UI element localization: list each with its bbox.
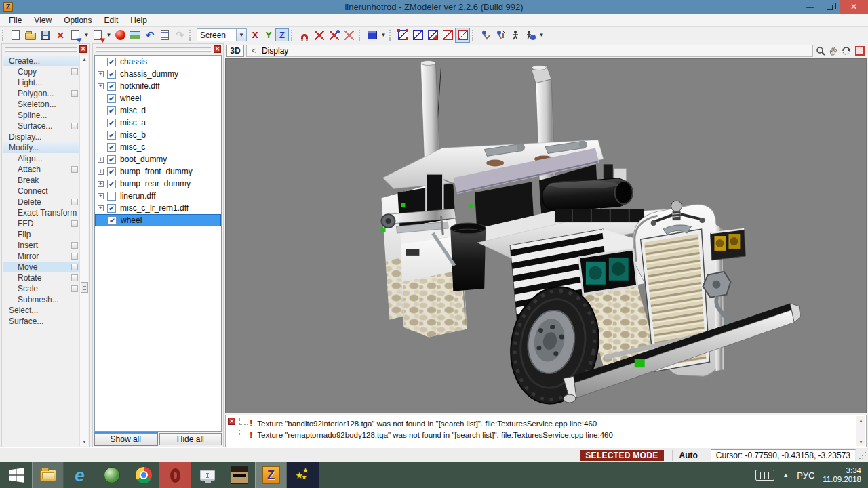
menu-view[interactable]: View — [28, 14, 58, 26]
command-spline[interactable]: Spline... — [3, 110, 79, 121]
restore-button[interactable] — [820, 0, 840, 14]
tree-item-misc-c-lr-rem1-dff[interactable]: +✔misc_c_lr_rem1.dff — [95, 202, 221, 214]
taskbar-globe-app[interactable] — [96, 462, 127, 488]
start-button[interactable] — [0, 462, 32, 488]
tree-item-misc-a[interactable]: ✔misc_a — [95, 117, 221, 129]
expand-plus-icon[interactable]: + — [98, 157, 104, 163]
command-submesh[interactable]: Submesh... — [3, 294, 79, 305]
taskbar-zmodeler[interactable]: Z — [255, 462, 287, 488]
visibility-checkbox-checked[interactable]: ✔ — [107, 155, 116, 164]
command-surface[interactable]: Surface... — [3, 316, 79, 327]
menu-edit[interactable]: Edit — [98, 14, 125, 26]
command-connect[interactable]: Connect — [3, 186, 79, 197]
toolbar-gripper[interactable] — [291, 30, 294, 41]
skeleton-button[interactable] — [508, 28, 523, 43]
tree-item-wheel[interactable]: ✔wheel — [95, 92, 221, 104]
log-scrollbar[interactable]: ▲ ▼ — [856, 416, 865, 446]
bone-edit-button[interactable] — [493, 28, 508, 43]
open-file-button[interactable] — [23, 28, 38, 43]
toolbar-gripper[interactable] — [189, 30, 193, 41]
import-button[interactable] — [90, 28, 105, 43]
command-options-box[interactable] — [71, 68, 78, 75]
command-exact-transform[interactable]: Exact Transform — [3, 207, 79, 218]
primitive-button[interactable] — [365, 28, 380, 43]
close-button[interactable]: ✕ — [840, 0, 868, 14]
material-editor-button[interactable] — [113, 28, 127, 43]
menu-file[interactable]: File — [3, 14, 28, 26]
hide-all-button[interactable]: Hide all — [159, 433, 222, 445]
view-mode-3d-button[interactable]: 3D — [226, 45, 244, 57]
log-close-icon[interactable]: ✕ — [228, 418, 235, 425]
command-light[interactable]: Light... — [3, 77, 79, 88]
expand-plus-icon[interactable]: + — [98, 181, 104, 187]
visibility-checkbox-checked[interactable]: ✔ — [107, 82, 116, 91]
command-polygon[interactable]: Polygon... — [3, 88, 79, 99]
panel-gripper[interactable] — [96, 47, 211, 48]
taskbar-system-monitor[interactable] — [191, 462, 223, 488]
taskbar-file-explorer[interactable] — [32, 462, 64, 488]
tree-item-misc-b[interactable]: ✔misc_b — [95, 129, 221, 141]
tree-item-linerun-dff[interactable]: +linerun.dff — [95, 190, 221, 202]
visibility-checkbox-checked[interactable]: ✔ — [107, 94, 116, 103]
log-message[interactable]: !Texture "remaptornado92body128.tga" was… — [237, 429, 855, 441]
command-options-box[interactable] — [71, 166, 78, 173]
clock[interactable]: 3:34 11.09.2018 — [823, 466, 861, 484]
scroll-up-icon[interactable]: ▲ — [80, 55, 89, 64]
command-options-box[interactable] — [71, 220, 78, 227]
bone-button[interactable] — [478, 28, 493, 43]
orbit-rotate-icon[interactable] — [841, 45, 852, 56]
edges-mode-button[interactable] — [410, 28, 425, 43]
toolbar-gripper[interactable] — [2, 30, 5, 41]
menu-options[interactable]: Options — [58, 14, 98, 26]
command-mirror[interactable]: Mirror — [3, 251, 79, 262]
notes-button[interactable] — [157, 28, 172, 43]
touch-keyboard-icon[interactable] — [755, 470, 774, 481]
maximize-view-icon[interactable] — [855, 46, 865, 56]
scroll-thumb[interactable] — [81, 282, 88, 293]
taskbar-game-avatar[interactable] — [223, 462, 255, 488]
taskbar-stars-app[interactable]: ★★★ — [287, 462, 319, 488]
space-mode-dropdown[interactable]: Screen ▼ — [197, 28, 247, 41]
commands-scrollbar[interactable]: ▲ ▼ — [79, 55, 88, 446]
delete-button[interactable]: ✕ — [53, 28, 68, 43]
visibility-checkbox-unchecked[interactable] — [107, 192, 116, 201]
save-file-button[interactable] — [38, 28, 53, 43]
expand-plus-icon[interactable]: + — [98, 205, 104, 211]
axis-z-button[interactable]: Z — [275, 28, 289, 41]
tree-item-wheel[interactable]: ✔wheel — [95, 214, 221, 226]
redo-button[interactable]: ↷ — [172, 28, 187, 43]
tree-item-boot-dummy[interactable]: +✔boot_dummy — [95, 153, 221, 165]
primitive-dropdown[interactable]: ▼ — [380, 28, 387, 43]
language-indicator[interactable]: РУС — [797, 470, 814, 481]
polygons-mode-button[interactable] — [440, 28, 455, 43]
toolbar-gripper[interactable] — [472, 30, 475, 41]
visibility-checkbox-checked[interactable]: ✔ — [107, 180, 116, 188]
command-break[interactable]: Break — [3, 175, 79, 186]
command-align[interactable]: Align... — [3, 153, 79, 164]
taskbar-chrome[interactable] — [127, 462, 159, 488]
command-copy[interactable]: Copy — [3, 66, 79, 77]
zoom-tool-icon[interactable] — [815, 45, 826, 56]
command-delete[interactable]: Delete — [3, 197, 79, 207]
command-skeleton[interactable]: Skeleton... — [3, 99, 79, 110]
scene-tree-close-icon[interactable]: ✕ — [214, 45, 221, 53]
visibility-checkbox-checked[interactable]: ✔ — [107, 131, 116, 140]
menu-help[interactable]: Help — [124, 14, 153, 26]
taskbar-opera[interactable] — [159, 462, 191, 488]
tree-item-misc-d[interactable]: ✔misc_d — [95, 104, 221, 117]
tree-item-bump-front-dummy[interactable]: +✔bump_front_dummy — [95, 165, 221, 178]
tree-item-bump-rear-dummy[interactable]: +✔bump_rear_dummy — [95, 178, 221, 190]
axis-y-button[interactable]: Y — [262, 28, 275, 41]
command-create[interactable]: Create... — [3, 56, 79, 66]
expand-plus-icon[interactable]: + — [98, 71, 104, 77]
skin-button[interactable] — [523, 28, 538, 43]
command-move[interactable]: Move — [3, 262, 79, 272]
command-scale[interactable]: Scale — [3, 283, 79, 294]
taskbar-internet-explorer[interactable]: e — [64, 462, 96, 488]
viewport-3d-canvas[interactable] — [225, 58, 867, 413]
expand-plus-icon[interactable]: + — [98, 193, 104, 199]
command-rotate[interactable]: Rotate — [3, 272, 79, 283]
panel-gripper[interactable] — [5, 47, 77, 48]
command-attach[interactable]: Attach — [3, 164, 79, 175]
command-options-box[interactable] — [71, 199, 78, 205]
